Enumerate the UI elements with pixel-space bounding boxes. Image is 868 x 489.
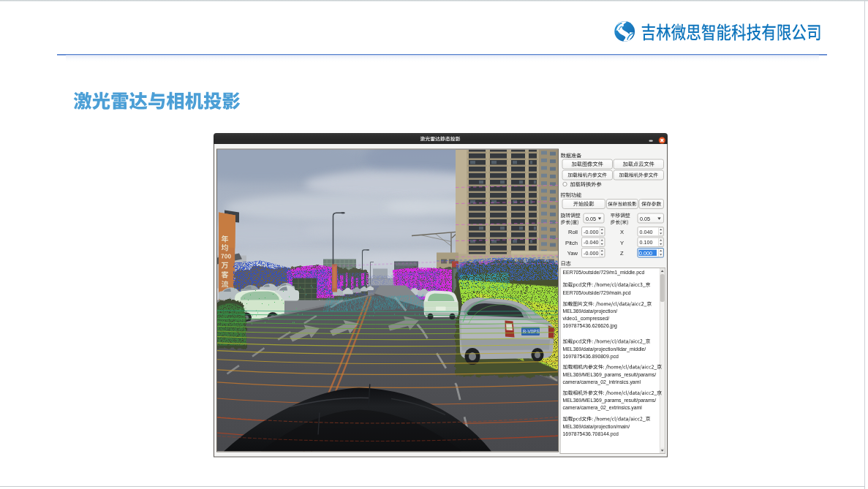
svg-text:video1_compressed/: video1_compressed/ xyxy=(563,316,610,322)
svg-text:X: X xyxy=(620,229,624,235)
svg-text:EER705/outside/729/m1_middle.p: EER705/outside/729/m1_middle.pcd xyxy=(563,270,645,276)
svg-text:B·V0PS: B·V0PS xyxy=(523,329,540,334)
svg-text:0.000: 0.000 xyxy=(639,250,652,257)
svg-text:1697875436.890809.pcd: 1697875436.890809.pcd xyxy=(563,354,619,360)
svg-text:-0.000: -0.000 xyxy=(584,229,598,235)
svg-text:Pitch: Pitch xyxy=(565,240,578,246)
svg-text:MEL369/data/projection/lidar_m: MEL369/data/projection/lidar_middle/ xyxy=(563,346,646,352)
svg-text:MEL369/MEL369_params_result/pa: MEL369/MEL369_params_result/params/ xyxy=(563,372,657,378)
svg-text:1697875436.626626.jpg: 1697875436.626626.jpg xyxy=(563,323,618,329)
svg-text:camera/camera_02_intrinsics.ya: camera/camera_02_intrinsics.yaml xyxy=(563,379,641,385)
svg-text:0.100: 0.100 xyxy=(640,239,653,246)
svg-text:0.05: 0.05 xyxy=(640,216,650,222)
svg-text:0.040: 0.040 xyxy=(640,229,653,235)
svg-text:MEL369/MEL369_params_result/pa: MEL369/MEL369_params_result/params/ xyxy=(563,398,657,403)
svg-text:EER705/outside/729/main.pcd: EER705/outside/729/main.pcd xyxy=(563,290,631,296)
svg-text:-0.040: -0.040 xyxy=(584,239,598,246)
svg-text:1697875436.708144.pcd: 1697875436.708144.pcd xyxy=(563,431,619,437)
svg-text:0.05: 0.05 xyxy=(586,216,596,222)
svg-text:MEL369/data/projection/: MEL369/data/projection/ xyxy=(563,308,618,314)
svg-text:MEL369/data/projection/main/: MEL369/data/projection/main/ xyxy=(563,424,630,430)
svg-text:Roll: Roll xyxy=(568,229,578,235)
svg-text:Z: Z xyxy=(620,250,624,257)
svg-text:Y: Y xyxy=(620,240,624,246)
svg-text:Yaw: Yaw xyxy=(567,250,578,257)
svg-text:camera/camera_02_extrinsics.ya: camera/camera_02_extrinsics.yaml xyxy=(563,405,643,411)
svg-text:-0.000: -0.000 xyxy=(584,250,598,257)
